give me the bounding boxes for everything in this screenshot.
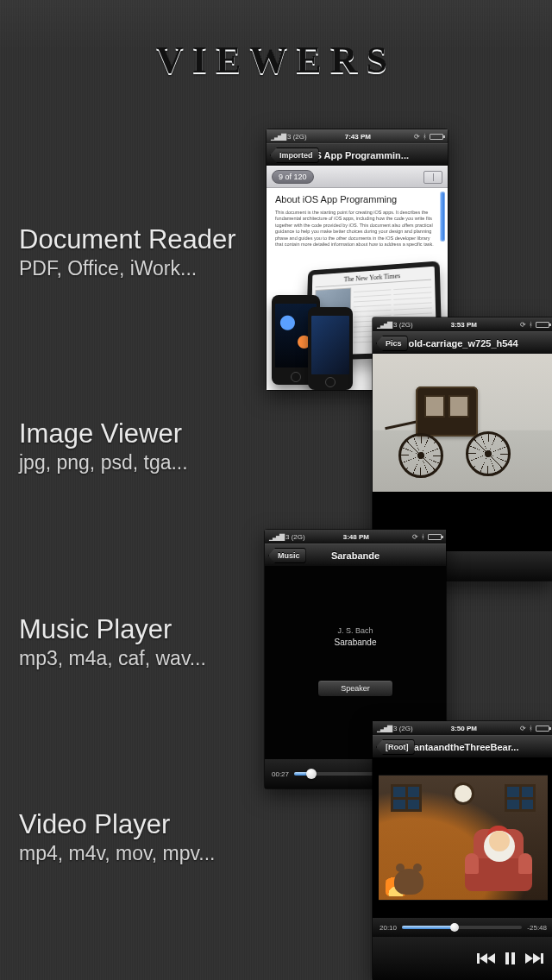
video-controls bbox=[373, 937, 552, 980]
artist-label: J. S. Bach bbox=[337, 626, 373, 635]
book-icon[interactable] bbox=[423, 171, 442, 184]
battery-icon bbox=[428, 534, 442, 540]
bluetooth-icon: ᚼ bbox=[529, 321, 533, 329]
back-button[interactable]: Pics bbox=[376, 336, 408, 351]
page-indicator: 9 of 120 bbox=[272, 170, 314, 184]
battery-icon bbox=[536, 322, 549, 328]
scrubber-knob[interactable] bbox=[450, 923, 459, 932]
battery-icon bbox=[430, 134, 443, 140]
section-image-subtitle: jpg, png, psd, tga... bbox=[19, 451, 188, 474]
nav-title: old-carriage_w725_h544 bbox=[408, 338, 518, 349]
clock-icon bbox=[452, 782, 474, 805]
sync-icon: ⟳ bbox=[412, 533, 418, 541]
pause-button[interactable] bbox=[505, 952, 515, 964]
status-bar: ▁▃▅▇ 3 (2G) 3:48 PM ⟳ ᚼ bbox=[265, 530, 446, 543]
section-music-subtitle: mp3, m4a, caf, wav... bbox=[19, 647, 206, 670]
character-icon bbox=[489, 831, 510, 851]
video-progress-bar: 20:10 -25:48 bbox=[373, 918, 552, 937]
bear-icon bbox=[394, 869, 423, 895]
clock: 3:48 PM bbox=[343, 533, 369, 541]
document-toolbar: 9 of 120 bbox=[267, 166, 448, 188]
signal-icon: ▁▃▅▇ bbox=[271, 133, 285, 141]
sync-icon: ⟳ bbox=[520, 725, 526, 732]
signal-icon: ▁▃▅▇ bbox=[377, 725, 391, 732]
clock: 7:43 PM bbox=[345, 133, 371, 141]
battery-icon bbox=[536, 726, 549, 732]
carrier-label: 3 (2G) bbox=[393, 321, 413, 329]
back-button[interactable]: [Root] bbox=[376, 739, 415, 755]
nav-title: Sarabande bbox=[331, 550, 380, 561]
scrubber[interactable] bbox=[402, 926, 522, 929]
window-icon bbox=[391, 784, 422, 812]
iphone-illustration-2 bbox=[308, 307, 353, 390]
carrier-label: 3 (2G) bbox=[393, 725, 413, 732]
sync-icon: ⟳ bbox=[414, 133, 420, 141]
bluetooth-icon: ᚼ bbox=[423, 133, 427, 141]
skip-back-button[interactable] bbox=[477, 953, 495, 964]
section-video-subtitle: mp4, m4v, mov, mpv... bbox=[19, 842, 215, 865]
nav-bar: Imported iOS App Programmin... bbox=[267, 143, 448, 166]
video-player-preview: ▁▃▅▇ 3 (2G) 3:50 PM ⟳ ᚼ [Root] Santaandt… bbox=[373, 721, 552, 980]
sync-icon: ⟳ bbox=[520, 321, 526, 329]
carrier-label: 3 (2G) bbox=[285, 533, 305, 541]
status-bar: ▁▃▅▇ 3 (2G) 3:50 PM ⟳ ᚼ bbox=[373, 721, 552, 735]
document-heading: About iOS App Programming bbox=[275, 194, 439, 204]
video-body[interactable] bbox=[373, 757, 552, 918]
document-excerpt: This document is the starting point for … bbox=[275, 210, 439, 248]
video-frame bbox=[379, 775, 548, 901]
status-bar: ▁▃▅▇ 3 (2G) 7:43 PM ⟳ ᚼ bbox=[267, 129, 448, 143]
section-document-title: Document Reader bbox=[19, 224, 236, 255]
signal-icon: ▁▃▅▇ bbox=[377, 321, 391, 329]
nav-bar: [Root] SantaandtheThreeBear... bbox=[373, 735, 552, 757]
elapsed-time: 20:10 bbox=[380, 924, 397, 932]
section-image-title: Image Viewer bbox=[19, 418, 182, 449]
nav-bar: Pics old-carriage_w725_h544 bbox=[373, 331, 552, 354]
nav-bar: Music Sarabande bbox=[265, 543, 446, 566]
window-icon bbox=[505, 784, 536, 812]
back-button[interactable]: Music bbox=[268, 548, 306, 563]
nav-title: iOS App Programmin... bbox=[305, 150, 409, 160]
section-music-title: Music Player bbox=[19, 614, 172, 645]
bluetooth-icon: ᚼ bbox=[529, 725, 533, 732]
section-document-subtitle: PDF, Office, iWork... bbox=[19, 257, 197, 280]
section-video-title: Video Player bbox=[19, 809, 170, 840]
page-title: Viewers bbox=[0, 39, 552, 83]
status-bar: ▁▃▅▇ 3 (2G) 3:53 PM ⟳ ᚼ bbox=[373, 317, 552, 331]
clock: 3:53 PM bbox=[451, 321, 477, 329]
carrier-label: 3 (2G) bbox=[287, 133, 307, 141]
skip-forward-button[interactable] bbox=[525, 953, 543, 964]
scrollbar-thumb[interactable] bbox=[440, 192, 445, 242]
elapsed-time: 00:27 bbox=[272, 770, 289, 778]
back-button[interactable]: Imported bbox=[270, 148, 319, 163]
track-label: Sarabande bbox=[335, 638, 377, 647]
bluetooth-icon: ᚼ bbox=[421, 533, 425, 541]
image-content[interactable] bbox=[373, 354, 552, 492]
remaining-time: -25:48 bbox=[527, 924, 547, 932]
scrubber-knob[interactable] bbox=[306, 769, 317, 779]
speaker-button[interactable]: Speaker bbox=[317, 680, 393, 697]
signal-icon: ▁▃▅▇ bbox=[269, 533, 283, 541]
clock: 3:50 PM bbox=[451, 725, 477, 732]
nav-title: SantaandtheThreeBear... bbox=[408, 742, 519, 752]
